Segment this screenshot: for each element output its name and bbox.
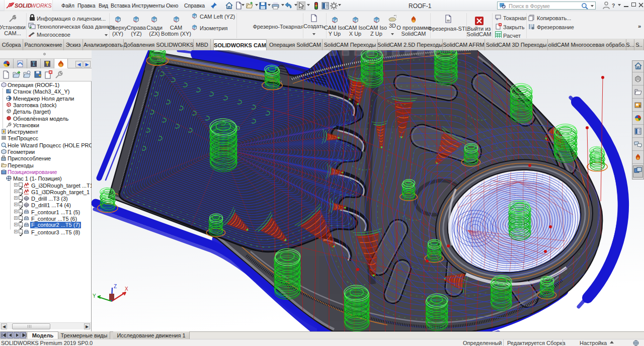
svg-text:SOLID: SOLID bbox=[15, 3, 32, 9]
svg-text:X: X bbox=[125, 286, 128, 292]
svg-text:Z: Z bbox=[114, 284, 117, 289]
svg-text:Y: Y bbox=[93, 293, 96, 299]
svg-text:WORKS: WORKS bbox=[31, 3, 52, 9]
